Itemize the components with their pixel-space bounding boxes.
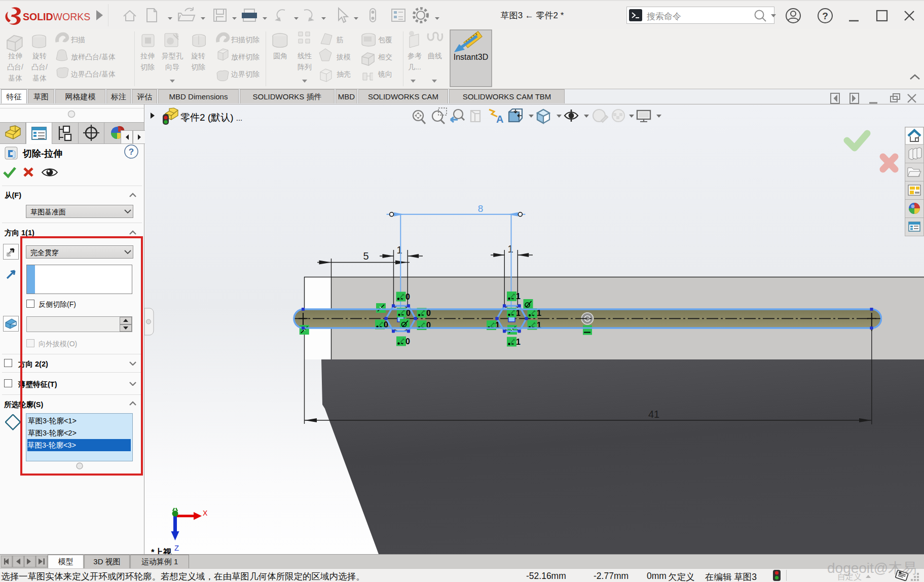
svg-text:X: X (203, 509, 208, 517)
svg-text:1: 1 (507, 243, 513, 254)
svg-text:0: 0 (405, 337, 410, 346)
svg-text:1: 1 (516, 338, 521, 346)
svg-text:1: 1 (396, 244, 402, 256)
svg-text:5: 5 (363, 250, 368, 262)
svg-text:Z: Z (174, 543, 179, 552)
svg-text:1: 1 (516, 292, 521, 301)
svg-text:41: 41 (648, 409, 659, 420)
svg-text:A: A (496, 114, 503, 125)
svg-text:0: 0 (405, 293, 410, 301)
svg-text:8: 8 (478, 203, 484, 214)
